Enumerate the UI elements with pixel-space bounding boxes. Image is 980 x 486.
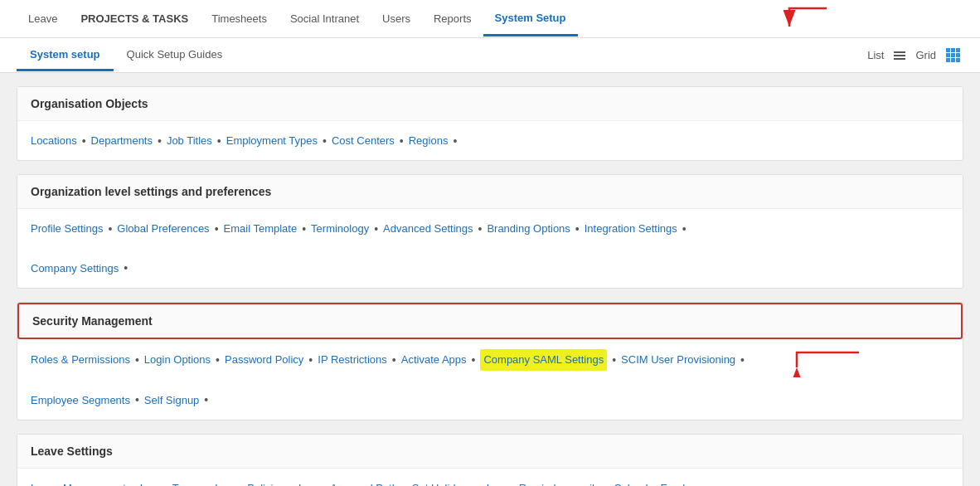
section-header-leave-settings: Leave Settings	[17, 435, 963, 469]
section-leave-settings: Leave SettingsLeave Management•Leave Typ…	[17, 434, 963, 486]
nav-timesheets[interactable]: Timesheets	[200, 2, 279, 35]
link-cost-centers[interactable]: Cost Centers	[332, 131, 395, 150]
separator-dot: •	[131, 483, 135, 486]
separator-dot: •	[400, 135, 404, 147]
section-header-org-objects: Organisation Objects	[17, 87, 963, 121]
separator-dot: •	[453, 135, 457, 147]
link-profile-settings[interactable]: Profile Settings	[31, 219, 103, 238]
tab-quick-setup[interactable]: Quick Setup Guides	[114, 40, 236, 71]
link-set-holidays[interactable]: Set Holidays	[412, 479, 473, 486]
section-header-org-settings: Organization level settings and preferen…	[17, 175, 963, 209]
link-global-preferences[interactable]: Global Preferences	[117, 219, 209, 238]
list-view-icon	[894, 51, 905, 60]
separator-dot: •	[575, 223, 580, 235]
main-content: Organisation ObjectsLocations•Department…	[0, 73, 980, 486]
link-regions[interactable]: Regions	[409, 131, 449, 150]
nav-social-intranet[interactable]: Social Intranet	[279, 2, 371, 35]
link-login-options[interactable]: Login Options	[144, 350, 211, 369]
link-leave-types[interactable]: Leave Types	[140, 479, 201, 486]
tab-system-setup[interactable]: System setup	[17, 40, 114, 71]
separator-dot: •	[478, 483, 482, 486]
link-company-saml-settings[interactable]: Company SAML Settings	[480, 349, 607, 370]
tabs-right: List Grid	[867, 46, 963, 64]
top-navigation: Leave PROJECTS & TASKS Timesheets Social…	[0, 0, 980, 38]
section-org-settings: Organization level settings and preferen…	[17, 174, 963, 289]
grid-view-button[interactable]	[943, 46, 963, 64]
grid-view-label: Grid	[915, 49, 936, 61]
section-header-security-mgmt: Security Management	[17, 303, 963, 339]
separator-dot: •	[392, 354, 396, 366]
separator-dot: •	[478, 223, 482, 235]
link-terminology[interactable]: Terminology	[311, 219, 369, 238]
separator-dot: •	[204, 394, 208, 406]
separator-dot: •	[374, 223, 378, 235]
separator-dot: •	[403, 483, 407, 486]
link-leave-policies[interactable]: Leave Policies	[215, 479, 284, 486]
separator-dot: •	[302, 223, 306, 235]
link-leave-reminder-emails[interactable]: Leave Reminder emails	[487, 479, 600, 486]
link-password-policy[interactable]: Password Policy	[225, 350, 303, 369]
link-employee-segments[interactable]: Employee Segments	[31, 391, 130, 410]
separator-dot: •	[158, 135, 162, 147]
link-leave-approval-path[interactable]: Leave Approval Path	[298, 479, 398, 486]
separator-dot: •	[215, 223, 219, 235]
nav-users[interactable]: Users	[371, 2, 422, 35]
nav-arrow-annotation	[764, 2, 831, 35]
link-job-titles[interactable]: Job Titles	[167, 131, 212, 150]
link-departments[interactable]: Departments	[91, 131, 153, 150]
link-advanced-settings[interactable]: Advanced Settings	[383, 219, 473, 238]
separator-dot: •	[289, 483, 294, 486]
section-org-objects: Organisation ObjectsLocations•Department…	[17, 86, 963, 161]
link-integration-settings[interactable]: Integration Settings	[585, 219, 677, 238]
link-company-settings[interactable]: Company Settings	[31, 259, 119, 278]
nav-leave[interactable]: Leave	[17, 2, 69, 35]
link-self-signup[interactable]: Self Signup	[144, 391, 200, 410]
section-links-row-0: Roles & Permissions•Login Options•Passwo…	[17, 339, 963, 380]
link-email-template[interactable]: Email Template	[224, 219, 298, 238]
separator-dot: •	[135, 354, 139, 366]
link-ip-restrictions[interactable]: IP Restrictions	[318, 350, 387, 369]
separator-dot: •	[82, 135, 86, 147]
link-scim-user-provisioning[interactable]: SCIM User Provisioning	[621, 350, 735, 369]
link-calendar-feed[interactable]: Calendar Feed	[614, 479, 685, 486]
link-leave-management[interactable]: Leave Management	[31, 479, 126, 486]
section-links-row-0: Profile Settings•Global Preferences•Emai…	[17, 209, 963, 248]
separator-dot: •	[108, 223, 112, 235]
separator-dot: •	[323, 135, 327, 147]
separator-dot: •	[682, 223, 686, 235]
section-links-row-0: Leave Management•Leave Types•Leave Polic…	[17, 469, 963, 486]
separator-dot: •	[217, 135, 221, 147]
list-view-label: List	[867, 49, 884, 61]
separator-dot: •	[740, 354, 745, 366]
tabs-left: System setup Quick Setup Guides	[17, 40, 235, 70]
separator-dot: •	[206, 483, 210, 486]
link-roles--permissions[interactable]: Roles & Permissions	[31, 350, 130, 369]
link-employment-types[interactable]: Employment Types	[226, 131, 318, 150]
section-security-mgmt: Security ManagementRoles & Permissions•L…	[17, 302, 963, 420]
separator-dot: •	[472, 354, 476, 366]
section-links-row-0: Locations•Departments•Job Titles•Employm…	[17, 121, 963, 160]
link-activate-apps[interactable]: Activate Apps	[401, 350, 467, 369]
nav-reports[interactable]: Reports	[422, 2, 483, 35]
section-links-row-1: Employee Segments•Self Signup•	[17, 381, 963, 420]
tabs-bar: System setup Quick Setup Guides List Gri…	[0, 38, 980, 73]
separator-dot: •	[216, 354, 220, 366]
separator-dot: •	[308, 354, 313, 366]
link-branding-options[interactable]: Branding Options	[487, 219, 570, 238]
separator-dot: •	[604, 483, 609, 486]
separator-dot: •	[612, 354, 616, 366]
nav-projects-tasks[interactable]: PROJECTS & TASKS	[69, 2, 200, 35]
grid-view-icon	[946, 48, 960, 62]
link-locations[interactable]: Locations	[31, 131, 77, 150]
section-links-row-1: Company Settings•	[17, 249, 963, 288]
list-view-button[interactable]	[890, 50, 909, 61]
nav-system-setup[interactable]: System Setup	[483, 2, 578, 36]
separator-dot: •	[135, 394, 139, 406]
separator-dot: •	[124, 262, 128, 274]
separator-dot: •	[690, 483, 694, 486]
